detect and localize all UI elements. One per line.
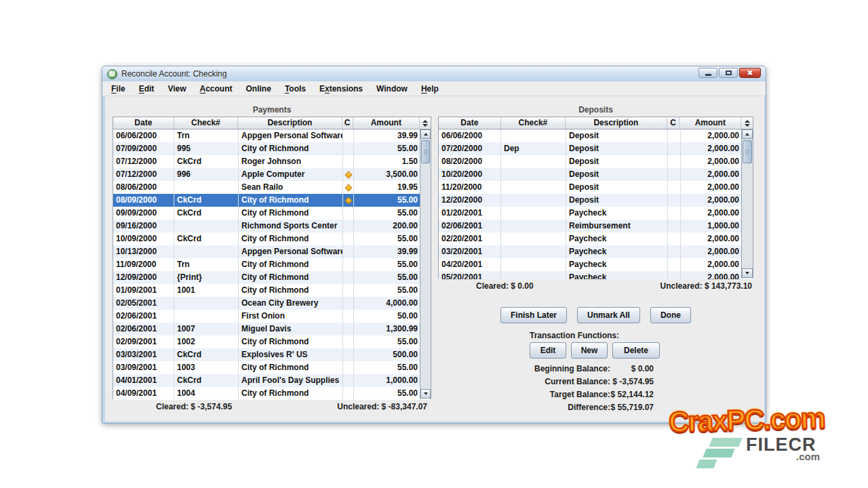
table-row[interactable]: 04/20/2001 Paycheck 2,000.00	[439, 258, 753, 271]
cell-check	[501, 232, 566, 245]
scrollbar-track[interactable]	[420, 139, 431, 389]
menu-item[interactable]: File	[106, 83, 130, 95]
table-row[interactable]: 11/09/2000 Trn City of Richmond 55.00	[113, 258, 431, 271]
cell-cleared	[668, 232, 681, 245]
minimize-button[interactable]	[698, 68, 717, 78]
table-row[interactable]: 02/06/2001 Reimbursement 1,000.00	[439, 220, 753, 232]
table-row[interactable]: 07/12/2000 996 Apple Computer 3,500.00	[113, 168, 431, 181]
table-row[interactable]: 09/09/2000 CkCrd City of Richmond 55.00	[113, 207, 431, 220]
menu-item[interactable]: Help	[416, 83, 443, 95]
table-row[interactable]: 02/09/2001 1002 City of Richmond 55.00	[113, 336, 431, 348]
payments-vertical-scrollbar[interactable]	[420, 129, 431, 399]
cell-check	[501, 271, 566, 279]
menu-item-pre: E	[319, 84, 325, 94]
column-header-amount[interactable]: Amount	[679, 117, 741, 129]
column-header-check[interactable]: Check#	[501, 117, 566, 129]
cell-date: 02/06/2001	[113, 323, 174, 336]
cell-amount: 200.00	[354, 220, 421, 232]
deposits-vertical-scrollbar[interactable]	[741, 129, 753, 278]
maximize-button[interactable]	[719, 68, 738, 78]
table-row[interactable]: 12/09/2000 {Print} City of Richmond 55.0…	[113, 271, 431, 284]
close-button[interactable]: ✖	[739, 68, 761, 78]
table-row[interactable]: 10/20/2000 Deposit 2,000.00	[439, 168, 753, 181]
table-row[interactable]: 10/13/2000 Appgen Personal Software 39.9…	[113, 245, 431, 258]
menu-item[interactable]: Tools	[280, 83, 311, 95]
table-row[interactable]: 08/09/2000 CkCrd City of Richmond 55.00	[113, 194, 431, 207]
table-row[interactable]: 03/03/2001 CkCrd Explosives R' US 500.00	[113, 348, 431, 361]
table-row[interactable]: 06/06/2000 Trn Appgen Personal Software …	[113, 129, 431, 142]
table-row[interactable]: 02/20/2001 Paycheck 2,000.00	[439, 232, 753, 245]
cell-amount: 55.00	[354, 258, 421, 271]
table-row[interactable]: 11/20/2000 Deposit 2,000.00	[439, 181, 753, 194]
table-row[interactable]: 07/09/2000 995 City of Richmond 55.00	[113, 142, 431, 155]
scroll-down-button[interactable]	[420, 389, 431, 399]
sort-up-icon	[745, 120, 750, 123]
column-header-date[interactable]: Date	[439, 117, 501, 129]
sort-arrows[interactable]	[741, 117, 753, 129]
cell-date: 03/20/2001	[439, 245, 501, 258]
column-header-check[interactable]: Check#	[174, 117, 239, 129]
filecr-tld-watermark: .com	[796, 451, 820, 462]
finish-later-button[interactable]: Finish Later	[500, 307, 567, 323]
cell-date: 07/20/2000	[439, 142, 501, 155]
payments-uncleared-total: Uncleared: $ -83,347.07	[337, 402, 427, 411]
column-header-cleared[interactable]: C	[342, 117, 353, 129]
column-header-description[interactable]: Description	[238, 117, 342, 129]
menu-item[interactable]: Edit	[134, 83, 159, 95]
menu-item[interactable]: Account	[195, 83, 237, 95]
cell-cleared	[343, 348, 354, 361]
table-row[interactable]: 04/01/2001 CkCrd April Fool's Day Suppli…	[113, 374, 431, 387]
sort-arrows[interactable]	[420, 117, 431, 129]
menu-item[interactable]: Window	[372, 83, 412, 95]
table-row[interactable]: 01/09/2001 1001 City of Richmond 55.00	[113, 284, 431, 297]
table-row[interactable]: 02/05/2001 Ocean City Brewery 4,000.00	[113, 297, 431, 310]
cell-description: City of Richmond	[239, 258, 343, 271]
table-row[interactable]: 09/16/2000 Richmond Sports Center 200.00	[113, 220, 431, 232]
unmark-all-button[interactable]: Unmark All	[577, 307, 640, 323]
done-button[interactable]: Done	[650, 307, 691, 323]
scrollbar-thumb[interactable]	[743, 140, 752, 163]
cell-amount: 55.00	[354, 194, 421, 207]
cell-cleared	[343, 129, 354, 142]
scroll-down-button[interactable]	[742, 268, 753, 278]
cell-date: 03/09/2001	[113, 361, 174, 374]
cell-description: City of Richmond	[239, 336, 343, 348]
column-header-description[interactable]: Description	[566, 117, 667, 129]
menu-item[interactable]: View	[163, 83, 191, 95]
column-header-cleared[interactable]: C	[667, 117, 680, 129]
table-row[interactable]: 08/06/2000 Sean Railo 19.95	[113, 181, 431, 194]
menu-item[interactable]: Online	[241, 83, 276, 95]
new-button[interactable]: New	[571, 342, 608, 359]
scrollbar-track[interactable]	[742, 139, 753, 268]
edit-button[interactable]: Edit	[530, 342, 566, 359]
table-row[interactable]: 02/06/2001 First Onion 50.00	[113, 310, 431, 323]
cell-cleared	[343, 374, 354, 387]
delete-button[interactable]: Delete	[612, 342, 660, 359]
table-row[interactable]: 04/09/2001 1004 City of Richmond 55.00	[113, 387, 431, 400]
cell-amount: 2,000.00	[681, 181, 743, 194]
table-row[interactable]: 12/20/2000 Deposit 2,000.00	[439, 194, 753, 207]
table-row[interactable]: 10/09/2000 CkCrd City of Richmond 55.00	[113, 232, 431, 245]
table-row[interactable]: 08/20/2000 Deposit 2,000.00	[439, 155, 753, 168]
scroll-up-button[interactable]	[420, 129, 431, 139]
column-header-date[interactable]: Date	[113, 117, 174, 129]
cell-cleared	[343, 336, 354, 348]
scrollbar-thumb[interactable]	[421, 140, 430, 163]
table-row[interactable]: 06/06/2000 Deposit 2,000.00	[439, 129, 753, 142]
cell-amount: 55.00	[354, 142, 421, 155]
cell-check: 1003	[174, 361, 239, 374]
cell-date: 04/09/2001	[113, 387, 174, 400]
column-header-amount[interactable]: Amount	[353, 117, 420, 129]
table-row[interactable]: 07/20/2000 Dep Deposit 2,000.00	[439, 142, 753, 155]
menu-item[interactable]: Extensions	[315, 83, 368, 95]
table-row[interactable]: 03/09/2001 1003 City of Richmond 55.00	[113, 361, 431, 374]
table-row[interactable]: 01/20/2001 Paycheck 2,000.00	[439, 207, 753, 220]
scroll-up-button[interactable]	[742, 129, 753, 139]
cell-cleared	[668, 181, 681, 194]
table-row[interactable]: 03/20/2001 Paycheck 2,000.00	[439, 245, 753, 258]
table-row[interactable]: 02/06/2001 1007 Miguel Davis 1,300.99	[113, 323, 431, 336]
table-row[interactable]: 07/12/2000 CkCrd Roger Johnson 1.50	[113, 155, 431, 168]
table-row[interactable]: 05/20/2001 Paycheck 2,000.00	[439, 271, 753, 279]
title-bar[interactable]: M Reconcile Account: Checking ✖	[102, 66, 766, 81]
menu-item-mnemonic: H	[421, 84, 427, 94]
